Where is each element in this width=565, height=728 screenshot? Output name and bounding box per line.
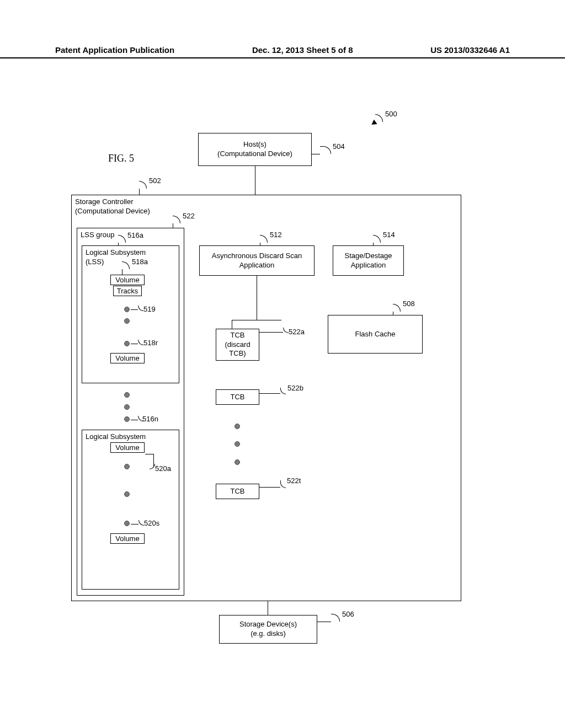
lss-1-l2: (LSS): [86, 258, 104, 267]
lss1-volume-1: Volume: [110, 275, 145, 285]
tcb-branch-left: [232, 320, 232, 329]
tcb-discard-l1: TCB: [231, 331, 245, 340]
ref-519-line: [131, 309, 138, 310]
figure-label: FIG. 5: [108, 153, 134, 164]
ref-520a-line: [145, 454, 153, 454]
ref-514-vline: [373, 243, 374, 245]
ref-522a-line: [273, 332, 283, 333]
storage-dev-l1: Storage Device(s): [239, 620, 297, 629]
ref-512: 512: [270, 231, 282, 239]
ref-520s-line: [131, 524, 138, 524]
dot-icon: [234, 424, 240, 429]
storage-ctrl-l1: Storage Controller: [75, 197, 134, 207]
header-right: US 2013/0332646 A1: [430, 45, 510, 55]
tcb-box-b: TCB: [216, 389, 259, 405]
ref-512-vline: [260, 243, 260, 245]
hosts-box: Host(s) (Computational Device): [198, 133, 312, 166]
storage-device-box: Storage Device(s) (e.g. disks): [219, 615, 317, 644]
ref-502-vline: [139, 189, 140, 195]
ref-522-vline: [173, 223, 173, 228]
host-to-ctrl-line: [255, 166, 255, 195]
ref-520a: 520a: [155, 464, 171, 473]
header-left: Patent Application Publication: [55, 45, 174, 55]
ref-506-curve: [331, 614, 340, 622]
lss-2-box: Logical Subsystem: [82, 430, 179, 590]
tcb-discard-box: TCB (discard TCB): [216, 329, 259, 361]
lss-1-l1: Logical Subsystem: [86, 248, 146, 258]
async-to-tcb-line: [257, 276, 257, 320]
lss-group-label: LSS group: [81, 231, 114, 240]
hosts-l1: Host(s): [243, 140, 266, 149]
stage-l2: Application: [351, 261, 386, 270]
lss2-vol2-label: Volume: [111, 534, 143, 543]
ref-522: 522: [183, 212, 195, 220]
tcb-box-t: TCB: [216, 484, 259, 499]
ref-516n: 516n: [142, 415, 158, 423]
dot-icon: [124, 491, 130, 497]
ref-508: 508: [403, 299, 415, 308]
flash-cache-box: Flash Cache: [328, 315, 423, 354]
stage-l1: Stage/Destage: [344, 251, 392, 261]
ref-500-curve: [375, 114, 383, 122]
tcb-discard-l2: (discard: [225, 340, 250, 350]
ref-514: 514: [383, 231, 395, 239]
ref-506-line: [317, 622, 331, 622]
ref-516a: 516a: [127, 231, 143, 239]
ref-518a: 518a: [132, 258, 148, 266]
dot-icon: [124, 307, 130, 312]
tracks-label: Tracks: [114, 287, 141, 295]
ref-506: 506: [342, 610, 354, 618]
storage-ctrl-l2: (Computational Device): [75, 207, 150, 216]
ref-508-vline: [393, 312, 393, 315]
ctrl-to-storage-line: [268, 601, 268, 615]
ref-522t: 522t: [287, 477, 301, 485]
async-l1: Asynchronous Discard Scan: [212, 251, 302, 261]
dot-icon: [124, 404, 130, 410]
ref-504: 504: [333, 142, 345, 151]
ref-518r: 518r: [143, 339, 158, 347]
ref-504-curve: [320, 146, 331, 154]
dot-icon: [124, 392, 130, 398]
ref-516n-line: [131, 420, 138, 420]
tcb-discard-l3: TCB): [229, 349, 246, 358]
async-tcb-hline: [232, 320, 281, 320]
dot-icon: [124, 341, 130, 346]
ref-520s: 520s: [144, 519, 159, 527]
flash-label: Flash Cache: [355, 330, 396, 339]
dot-icon: [124, 416, 130, 422]
page-header: Patent Application Publication Dec. 12, …: [0, 45, 565, 58]
ref-518r-line: [131, 344, 138, 344]
ref-522a: 522a: [289, 328, 305, 336]
ref-522a-extend: [259, 332, 273, 333]
lss1-volume-2: Volume: [110, 353, 145, 363]
async-scan-box: Asynchronous Discard Scan Application: [199, 245, 315, 276]
dot-icon: [124, 521, 130, 526]
ref-522b: 522b: [287, 384, 303, 392]
lss1-volume-1-tracks: Tracks: [113, 286, 142, 296]
tcb-b-label: TCB: [231, 393, 245, 402]
ref-504-line: [312, 154, 320, 154]
ref-522b-line: [259, 393, 280, 394]
lss2-vol1-label: Volume: [111, 443, 143, 452]
ref-500: 500: [385, 110, 397, 118]
ref-518a-vline: [122, 269, 122, 275]
dot-icon: [124, 464, 130, 469]
dot-icon: [124, 318, 130, 324]
hosts-l2: (Computational Device): [217, 149, 292, 159]
storage-dev-l2: (e.g. disks): [250, 629, 286, 639]
ref-519: 519: [143, 305, 156, 313]
header-center: Dec. 12, 2013 Sheet 5 of 8: [252, 45, 353, 55]
ref-522t-line: [259, 487, 280, 488]
lss1-vol2-label: Volume: [111, 354, 143, 362]
ref-502-curve: [139, 181, 147, 189]
dot-icon: [234, 441, 240, 447]
lss2-volume-2: Volume: [110, 533, 145, 544]
lss-2-l1: Logical Subsystem: [86, 432, 146, 442]
tcb-t-label: TCB: [231, 487, 245, 496]
lss2-volume-1: Volume: [110, 442, 145, 453]
dot-icon: [234, 459, 240, 465]
async-l2: Application: [239, 261, 275, 270]
stage-destage-box: Stage/Destage Application: [333, 245, 404, 276]
lss1-vol1-label: Volume: [111, 276, 143, 284]
ref-502: 502: [149, 176, 161, 185]
